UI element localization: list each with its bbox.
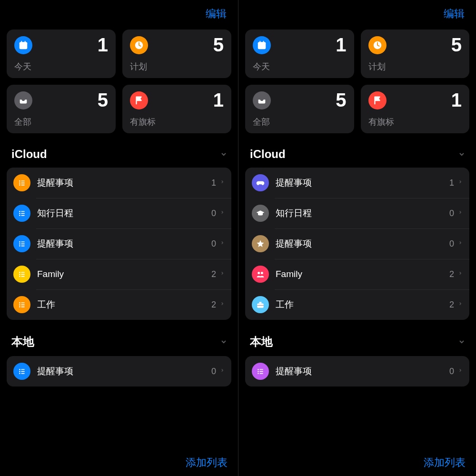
smart-card-tray[interactable]: 5全部 [245,85,354,133]
list-row[interactable]: 工作2 [245,289,469,320]
list-block: 提醒事项1知行日程0提醒事项0Family2工作2 [245,168,469,320]
list-row[interactable]: 提醒事项0 [7,356,231,387]
list-row[interactable]: 提醒事项0 [245,356,469,387]
smart-label: 全部 [253,116,270,128]
edit-button[interactable]: 编辑 [206,7,227,21]
add-list-button[interactable]: 添加列表 [424,456,466,470]
list-row[interactable]: 提醒事项1 [245,168,469,198]
section-header-1[interactable]: 本地 [7,332,231,351]
section-header-0[interactable]: iCloud [245,146,469,163]
smart-count: 1 [213,89,224,111]
chevron-down-icon [220,338,228,346]
smart-card-clock[interactable]: 5计划 [122,30,231,78]
list-name: 提醒事项 [276,238,449,250]
list-name: 提醒事项 [37,238,211,250]
smart-count: 5 [451,34,462,56]
list-name: 工作 [37,298,211,311]
list-name: 提醒事项 [276,177,449,189]
list-count: 2 [211,300,216,310]
list-row[interactable]: 知行日程0 [245,198,469,228]
list-name: Family [276,269,449,279]
chevron-down-icon [458,150,466,158]
tray-icon [253,91,271,109]
smart-card-flag[interactable]: 1有旗标 [361,85,470,133]
list-block: 提醒事项0 [7,356,231,387]
smart-count: 5 [336,89,346,111]
list-row[interactable]: 知行日程0 [7,198,231,228]
section-title: 本地 [250,334,273,349]
list-count: 2 [211,269,216,279]
flag-icon [130,91,148,109]
list-count: 0 [211,239,216,249]
chevron-right-icon [458,239,463,248]
smart-count: 1 [336,34,346,56]
section-title: 本地 [11,334,34,349]
list-name: Family [37,269,211,279]
list-icon [13,174,30,191]
section-title: iCloud [11,148,47,161]
list-block: 提醒事项1知行日程0提醒事项0Family2工作2 [7,168,231,320]
smart-card-clock[interactable]: 5计划 [361,30,470,78]
list-row[interactable]: Family2 [245,259,469,289]
section-header-0[interactable]: iCloud [7,146,231,163]
section-title: iCloud [250,148,286,161]
clock-icon [368,36,387,54]
list-icon [13,363,30,380]
smart-card-calendar[interactable]: 1今天 [7,30,116,78]
list-icon [252,363,269,380]
smart-count: 5 [98,89,108,111]
chevron-down-icon [220,150,228,158]
smart-label: 今天 [253,61,270,72]
add-list-button[interactable]: 添加列表 [186,456,228,470]
smart-label: 计划 [368,61,386,72]
star-icon [252,235,269,252]
chevron-right-icon [458,367,463,376]
list-count: 0 [449,367,454,377]
list-row[interactable]: Family2 [7,259,231,289]
list-icon [13,266,30,283]
list-count: 0 [211,208,216,218]
list-block: 提醒事项0 [245,356,469,387]
chevron-right-icon [220,239,225,248]
list-icon [13,205,30,222]
bottom-bar: 添加列表 [238,449,476,476]
smart-card-calendar[interactable]: 1今天 [245,30,354,78]
chevron-right-icon [458,300,463,309]
list-row[interactable]: 提醒事项1 [7,168,231,198]
panel-1: 编辑1今天5计划5全部1有旗标iCloud提醒事项1知行日程0提醒事项0Fami… [238,0,476,476]
clock-icon [130,36,148,54]
briefcase-icon [252,296,269,313]
top-bar: 编辑 [7,0,231,28]
list-name: 提醒事项 [37,365,211,377]
gradcap-icon [252,205,269,222]
chevron-right-icon [220,367,225,376]
smart-card-tray[interactable]: 5全部 [7,85,116,133]
section-header-1[interactable]: 本地 [245,332,469,351]
game-icon [252,174,269,191]
list-count: 1 [449,178,454,188]
smart-card-flag[interactable]: 1有旗标 [122,85,231,133]
chevron-right-icon [220,208,225,218]
bottom-bar: 添加列表 [0,449,238,476]
list-row[interactable]: 提醒事项0 [245,228,469,259]
smart-count: 1 [451,89,462,111]
list-icon [13,235,30,252]
list-count: 2 [449,300,454,310]
chevron-right-icon [220,269,225,279]
calendar-icon [14,36,32,54]
smart-grid: 1今天5计划5全部1有旗标 [245,30,469,133]
edit-button[interactable]: 编辑 [444,7,465,21]
chevron-right-icon [458,269,463,279]
smart-label: 计划 [130,61,147,72]
list-row[interactable]: 工作2 [7,289,231,320]
list-name: 提醒事项 [37,177,211,189]
smart-count: 1 [98,34,108,56]
list-name: 知行日程 [37,207,211,219]
chevron-down-icon [458,338,466,346]
smart-label: 有旗标 [130,116,156,128]
calendar-icon [253,36,271,54]
list-count: 0 [211,367,216,377]
list-count: 2 [449,269,454,279]
list-row[interactable]: 提醒事项0 [7,228,231,259]
list-icon [13,296,30,313]
